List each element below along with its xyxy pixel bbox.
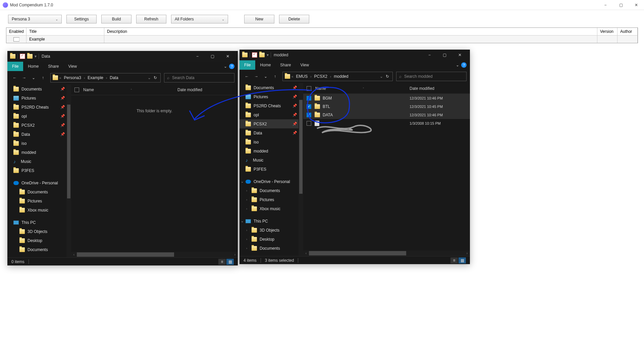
nav-item[interactable]: Documents📌: [7, 84, 71, 94]
breadcrumb[interactable]: Example: [86, 75, 105, 80]
nav-item[interactable]: Desktop: [7, 236, 71, 245]
select-all-checkbox[interactable]: [307, 86, 311, 91]
tab-view[interactable]: View: [63, 62, 82, 71]
nav-item[interactable]: ›Pictures: [239, 195, 303, 204]
tiles-view-icon[interactable]: ▦: [226, 259, 234, 265]
nav-item[interactable]: Documents: [7, 245, 71, 254]
tab-home[interactable]: Home: [255, 60, 275, 70]
nav-item[interactable]: P3FES: [7, 166, 71, 175]
file-row[interactable]: ✓BGM12/3/2021 10:46 PM: [303, 94, 470, 102]
properties-icon[interactable]: [252, 52, 257, 58]
folders-select[interactable]: All Folders⌄: [171, 15, 228, 23]
nav-pane[interactable]: Documents📌Pictures📌PS2RD Cheats📌opl📌PCSX…: [239, 83, 303, 256]
minimize-button[interactable]: −: [598, 0, 613, 10]
file-list[interactable]: Nameˆ Date modified ✓BGM12/3/2021 10:46 …: [303, 83, 470, 256]
breadcrumb[interactable]: modded: [332, 74, 350, 79]
scrollbar[interactable]: [66, 84, 71, 257]
folder-icon[interactable]: [27, 54, 33, 59]
back-button[interactable]: ←: [11, 74, 19, 82]
tab-view[interactable]: View: [296, 60, 314, 70]
tab-file[interactable]: File: [239, 60, 255, 70]
nav-item[interactable]: modded: [7, 148, 71, 157]
refresh-icon[interactable]: ↻: [154, 75, 157, 80]
file-checkbox[interactable]: ✓: [307, 113, 311, 117]
nav-item[interactable]: Pictures📌: [239, 92, 303, 101]
nav-item[interactable]: opl📌: [239, 110, 303, 119]
col-date[interactable]: Date modified: [410, 86, 470, 91]
row-enabled-checkbox[interactable]: [13, 37, 19, 42]
col-title[interactable]: Title: [26, 28, 104, 35]
file-checkbox[interactable]: ✓: [307, 96, 311, 101]
select-all-checkbox[interactable]: [74, 87, 79, 92]
scrollbar[interactable]: [299, 83, 303, 256]
refresh-icon[interactable]: ↻: [386, 74, 389, 79]
forward-button[interactable]: →: [252, 72, 260, 80]
nav-item[interactable]: Documents: [7, 187, 71, 196]
nav-item[interactable]: ♪Music: [7, 157, 71, 166]
nav-pane[interactable]: Documents📌Pictures📌PS2RD Cheats📌opl📌PCSX…: [7, 84, 71, 257]
col-date[interactable]: Date modified: [177, 87, 238, 92]
nav-item[interactable]: Data📌: [239, 128, 303, 137]
file-checkbox[interactable]: ✓: [307, 104, 311, 109]
nav-item[interactable]: ›Xbox music: [239, 204, 303, 213]
col-name[interactable]: Nameˆ: [315, 86, 410, 91]
nav-item[interactable]: opl📌: [7, 112, 71, 121]
nav-item[interactable]: P3FES: [239, 165, 303, 174]
file-list[interactable]: Nameˆ Date modified This folder is empty…: [71, 84, 238, 257]
folder-icon[interactable]: [259, 53, 265, 57]
nav-item[interactable]: modded: [239, 146, 303, 156]
nav-item[interactable]: PCSX2📌: [7, 121, 71, 130]
tiles-view-icon[interactable]: ▦: [459, 257, 466, 263]
up-button[interactable]: ↑: [39, 74, 47, 82]
nav-item[interactable]: ›Desktop: [239, 235, 303, 244]
nav-item[interactable]: ♪Music: [239, 156, 303, 165]
ribbon-expand-icon[interactable]: ⌄: [456, 63, 459, 67]
search-input[interactable]: ⌕Search modded: [396, 72, 467, 81]
help-icon[interactable]: ?: [229, 64, 234, 69]
back-button[interactable]: ←: [243, 72, 251, 80]
tab-share[interactable]: Share: [275, 60, 296, 70]
breadcrumb[interactable]: Data: [108, 75, 119, 80]
nav-item[interactable]: Documents📌: [239, 83, 303, 92]
maximize-button[interactable]: ▢: [437, 50, 452, 60]
nav-item[interactable]: ›Documents: [239, 186, 303, 195]
breadcrumb[interactable]: PCSX2: [313, 74, 329, 79]
col-description[interactable]: Description: [104, 28, 597, 35]
properties-icon[interactable]: [20, 54, 25, 59]
col-author[interactable]: Author: [618, 28, 638, 35]
nav-item[interactable]: PS2RD Cheats📌: [239, 101, 303, 110]
nav-item[interactable]: ⌄OneDrive - Personal: [239, 177, 303, 186]
file-row[interactable]: 1/3/2008 10:15 PM: [303, 119, 470, 127]
nav-item[interactable]: ›3D Objects: [239, 226, 303, 235]
h-scrollbar[interactable]: ‹›: [303, 250, 470, 256]
help-icon[interactable]: ?: [461, 62, 467, 68]
breadcrumb[interactable]: EMUS: [295, 74, 309, 79]
up-button[interactable]: ↑: [271, 72, 279, 80]
build-button[interactable]: Build: [101, 15, 131, 23]
file-checkbox[interactable]: [307, 121, 311, 126]
nav-item[interactable]: 3D Objects: [7, 227, 71, 236]
h-scrollbar[interactable]: ‹›: [71, 252, 238, 257]
col-name[interactable]: Nameˆ: [83, 87, 177, 92]
close-button[interactable]: ✕: [452, 50, 467, 60]
recent-button[interactable]: ⌄: [30, 74, 38, 82]
nav-item[interactable]: iso: [239, 137, 303, 146]
nav-item[interactable]: ⌄This PC: [239, 217, 303, 226]
nav-item[interactable]: Pictures: [7, 196, 71, 205]
chevron-down-icon[interactable]: ⌄: [148, 75, 151, 80]
close-button[interactable]: ✕: [220, 51, 235, 62]
nav-item[interactable]: PCSX2📌: [239, 119, 303, 128]
nav-item[interactable]: This PC: [7, 218, 71, 227]
minimize-button[interactable]: −: [422, 50, 437, 60]
tab-file[interactable]: File: [7, 62, 23, 71]
details-view-icon[interactable]: ≡: [450, 257, 458, 263]
search-input[interactable]: ⌕Search Data: [164, 73, 234, 82]
address-bar[interactable]: « EMUS› PCSX2› modded ⌄ ↻: [282, 72, 393, 81]
maximize-button[interactable]: ▢: [205, 51, 220, 62]
refresh-button[interactable]: Refresh: [136, 15, 166, 23]
maximize-button[interactable]: ▢: [613, 0, 629, 10]
nav-item[interactable]: OneDrive - Personal: [7, 178, 71, 187]
minimize-button[interactable]: −: [190, 51, 205, 62]
explorer-titlebar[interactable]: ▾ modded − ▢ ✕: [239, 50, 470, 60]
tab-home[interactable]: Home: [23, 62, 43, 71]
